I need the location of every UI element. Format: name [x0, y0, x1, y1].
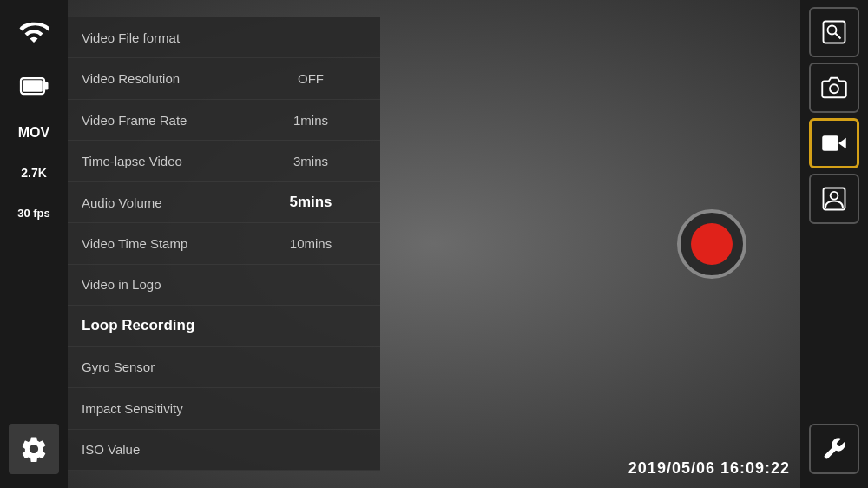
- menu-item-audio-volume[interactable]: Audio Volume: [68, 182, 241, 223]
- svg-rect-8: [822, 135, 838, 151]
- record-indicator: [691, 223, 733, 265]
- menu-item-video-time-stamp[interactable]: Video Time Stamp: [68, 223, 241, 264]
- wifi-icon[interactable]: [9, 7, 59, 57]
- menu-values: OFF 1mins 3mins 5mins 10mins: [241, 17, 380, 471]
- menu-value-video-frame-rate[interactable]: 1mins: [241, 100, 380, 141]
- svg-point-10: [831, 192, 838, 200]
- menu-value-video-resolution[interactable]: OFF: [241, 58, 380, 99]
- menu-labels: Video File format Video Resolution Video…: [68, 17, 241, 471]
- video-icon[interactable]: [809, 118, 859, 168]
- menu-value-video-file-format[interactable]: [241, 17, 380, 58]
- svg-point-6: [830, 84, 838, 93]
- menu-item-video-frame-rate[interactable]: Video Frame Rate: [68, 100, 241, 141]
- menu-value-impact-sensitivity[interactable]: [241, 388, 380, 429]
- svg-line-5: [835, 33, 840, 38]
- menu-value-gyro-sensor[interactable]: [241, 347, 380, 388]
- svg-rect-3: [824, 22, 845, 43]
- menu-value-audio-volume[interactable]: 5mins: [241, 182, 380, 223]
- svg-rect-2: [23, 80, 43, 92]
- menu-panel: Video File format Video Resolution Video…: [68, 17, 380, 471]
- search-icon[interactable]: [809, 7, 859, 57]
- person-icon[interactable]: [809, 174, 859, 224]
- menu-value-video-time-stamp[interactable]: 10mins: [241, 223, 380, 264]
- battery-icon[interactable]: [9, 61, 59, 111]
- menu-item-video-resolution[interactable]: Video Resolution: [68, 58, 241, 99]
- resolution-label: 2.7K: [9, 155, 59, 191]
- menu-item-timelapse-video[interactable]: Time-lapse Video: [68, 141, 241, 181]
- menu-value-loop-recording[interactable]: [241, 306, 380, 346]
- left-sidebar: MOV 2.7K 30 fps: [0, 0, 68, 488]
- menu-value-video-in-logo[interactable]: [241, 265, 380, 306]
- settings-icon[interactable]: [9, 424, 59, 474]
- menu-value-iso-value[interactable]: [241, 430, 380, 471]
- wrench-icon[interactable]: [809, 424, 859, 474]
- mov-label: MOV: [9, 115, 59, 151]
- menu-item-video-file-format[interactable]: Video File format: [68, 17, 241, 58]
- menu-item-iso-value[interactable]: ISO Value: [68, 430, 241, 471]
- svg-rect-1: [44, 82, 49, 90]
- svg-point-4: [828, 26, 837, 35]
- menu-value-timelapse-video[interactable]: 3mins: [241, 141, 380, 181]
- menu-item-loop-recording[interactable]: Loop Recording: [68, 306, 241, 346]
- fps-label: 30 fps: [9, 195, 59, 231]
- svg-marker-7: [838, 138, 846, 149]
- timestamp: 2019/05/06 16:09:22: [628, 459, 790, 478]
- menu-item-video-in-logo[interactable]: Video in Logo: [68, 265, 241, 306]
- camera-icon[interactable]: [809, 63, 859, 113]
- right-sidebar: [800, 0, 868, 488]
- menu-item-impact-sensitivity[interactable]: Impact Sensitivity: [68, 388, 241, 429]
- menu-item-gyro-sensor[interactable]: Gyro Sensor: [68, 347, 241, 388]
- record-button[interactable]: [677, 209, 746, 279]
